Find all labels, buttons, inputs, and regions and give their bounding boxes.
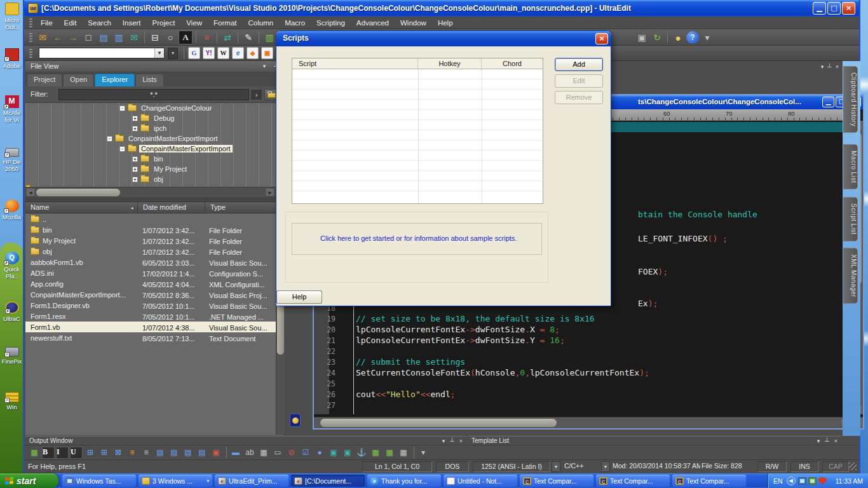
folder-tree[interactable]: - ChangeConsoleColour + Debug + ipch [25, 103, 284, 187]
file-view-tab[interactable]: Lists [135, 74, 164, 86]
scrollbar-thumb[interactable] [320, 419, 557, 427]
back-icon[interactable]: ← [51, 30, 65, 44]
mail-receive-icon[interactable]: ✉ [127, 30, 141, 44]
image-icon[interactable]: ▣ [327, 447, 340, 459]
dialog-title-bar[interactable]: Scripts × [276, 31, 611, 46]
no-entry-icon[interactable]: ⊘ [285, 447, 298, 459]
search-dropdown-icon[interactable]: ▼ [154, 48, 164, 58]
file-list-row[interactable]: ConpaintMasterExportImport... 7/05/2012 … [25, 289, 284, 300]
encoding-dropdown-icon[interactable]: ▼ [552, 461, 560, 472]
network-tray-icon[interactable] [798, 477, 806, 485]
editor-horizontal-scrollbar[interactable]: ► ▶ [314, 417, 863, 428]
dialog-close-button[interactable]: × [595, 33, 608, 44]
tree-item[interactable]: - ConpaintMasterExportImport [25, 133, 284, 144]
table-row[interactable] [292, 100, 543, 110]
search-input[interactable]: ▼ [39, 48, 165, 58]
file-list-row[interactable]: My Project 1/07/2012 3:42... File Folder [25, 235, 284, 246]
ie-search-icon[interactable]: e [232, 47, 244, 59]
side-panel-tab[interactable]: Macro List [843, 144, 858, 189]
file-list-row[interactable]: obj 1/07/2012 3:42... File Folder [25, 246, 284, 257]
table-row[interactable] [292, 120, 543, 130]
resize-grip[interactable] [849, 463, 857, 470]
tree-item[interactable]: + obj [25, 174, 284, 184]
menu-item[interactable]: Edit [58, 18, 83, 28]
desktop-icon[interactable]: ↗ FinePix [0, 344, 24, 365]
radio-button-icon[interactable]: ● [313, 447, 326, 459]
help-icon[interactable]: ? [686, 31, 699, 44]
column-mode-icon[interactable]: ▥ [262, 30, 276, 44]
table-properties-icon[interactable]: ▦ [257, 447, 270, 459]
scroll-left-icon[interactable]: ◄ [26, 188, 35, 196]
forward-icon[interactable]: → [66, 30, 80, 44]
print-icon[interactable]: ⊟ [148, 30, 162, 44]
tree-expander-icon[interactable]: + [132, 156, 138, 162]
menu-item[interactable]: Insert [117, 18, 147, 28]
taskbar-item-dropdown-icon[interactable]: ▾ [207, 478, 209, 484]
side-panel-tab[interactable]: Clipboard History [843, 66, 858, 133]
form-icon[interactable]: ▣ [210, 447, 222, 459]
tree-item[interactable]: - ChangeConsoleColour [25, 103, 284, 113]
file-view-tab[interactable]: Open [63, 74, 94, 86]
taskbar-item[interactable]: C Text Compar... [596, 475, 670, 487]
menu-item[interactable]: Macro [279, 18, 311, 28]
insert-column-icon[interactable]: ⊞ [98, 447, 111, 459]
file-list-row[interactable]: Form1.vb 1/07/2012 4:38... Visual Basic … [25, 322, 284, 332]
clock[interactable]: 11:33 AM [835, 477, 863, 485]
file-list-row[interactable]: .. [25, 214, 284, 224]
minimize-button[interactable]: ▁ [813, 2, 826, 15]
table-header-script[interactable]: Script [292, 58, 418, 69]
new-file-icon[interactable]: □ [81, 30, 95, 44]
syntax-dropdown-icon[interactable]: ▼ [601, 461, 610, 472]
screen-capture-icon[interactable]: ▣ [635, 30, 649, 44]
remove-button[interactable]: Remove [555, 91, 603, 104]
menu-item[interactable]: File [35, 18, 58, 28]
menu-item[interactable]: Column [243, 18, 280, 28]
file-list-row[interactable]: Form1.resx 7/05/2012 10:1... .NET Manage… [25, 311, 284, 322]
language-indicator[interactable]: EN [773, 477, 783, 485]
taskbar-item[interactable]: 3 Windows ... ▾ [139, 475, 212, 487]
edit-button[interactable]: Edit [555, 74, 603, 88]
mail-send-icon[interactable]: ✉ [36, 30, 50, 44]
filter-go-button[interactable]: › [250, 89, 262, 100]
tree-expander-icon[interactable]: - [119, 105, 125, 111]
table-header-chord[interactable]: Chord [482, 58, 543, 69]
side-panel-tab[interactable]: XML Manager [843, 248, 858, 304]
print-preview-icon[interactable]: ○ [163, 30, 177, 44]
desktop-icon[interactable]: ↗ Win [0, 390, 24, 410]
ultraedit-corner-icon[interactable] [290, 414, 301, 427]
menu-item[interactable]: Project [147, 18, 181, 28]
help-button[interactable]: Help [276, 290, 322, 304]
desktop-icon[interactable]: MicroOut.. [0, 3, 24, 30]
horizontal-rule-icon[interactable]: ▬ [229, 447, 242, 459]
column-header-date[interactable]: Date modified [138, 202, 205, 213]
editor-minimize-button[interactable]: ▁ [822, 97, 834, 107]
toolbar-overflow-icon[interactable]: ▾ [417, 447, 430, 459]
xml-icon[interactable]: ▦ [383, 447, 396, 459]
start-button[interactable]: start [0, 473, 58, 488]
file-view-tab[interactable]: Explorer [95, 74, 135, 86]
status-read-write[interactable]: R/W [757, 461, 787, 472]
panel-pin-icon[interactable]: ┴ [450, 437, 454, 445]
panel-close-icon[interactable]: × [459, 437, 463, 445]
checkbox-icon[interactable]: ☑ [299, 447, 312, 459]
tree-item[interactable]: + My Project [25, 164, 284, 174]
status-insert-mode[interactable]: INS [790, 461, 818, 472]
table-row[interactable] [292, 171, 543, 181]
anchor-icon[interactable]: ⚓ [355, 447, 368, 459]
table-header-hotkey[interactable]: Hotkey [418, 58, 482, 69]
table-row[interactable] [292, 69, 543, 79]
desktop-icon[interactable]: Q↗ QuickPla.. [0, 252, 24, 280]
tree-expander-icon[interactable]: + [132, 116, 138, 121]
tree-item[interactable]: - ConpaintMasterExportImport [25, 144, 284, 154]
menu-item[interactable]: Advanced [351, 18, 395, 28]
file-list-row[interactable]: App.config 4/05/2012 4:04... XML Configu… [25, 278, 284, 289]
taskbar-item[interactable]: C Text Compar... [520, 475, 593, 487]
desktop-icon[interactable]: ↗ Adobe [0, 48, 24, 69]
delete-cell-icon[interactable]: ⊠ [112, 447, 125, 459]
menu-item[interactable]: Window [395, 18, 432, 28]
menu-item[interactable]: Help [432, 18, 459, 28]
file-list-row[interactable]: bin 1/07/2012 3:42... File Folder [25, 224, 284, 235]
validate-icon[interactable]: ▦ [397, 447, 410, 459]
wikipedia-icon[interactable]: W [217, 47, 229, 59]
file-list-row[interactable]: ADS.ini 17/02/2012 1:4... Configuration … [25, 268, 284, 278]
